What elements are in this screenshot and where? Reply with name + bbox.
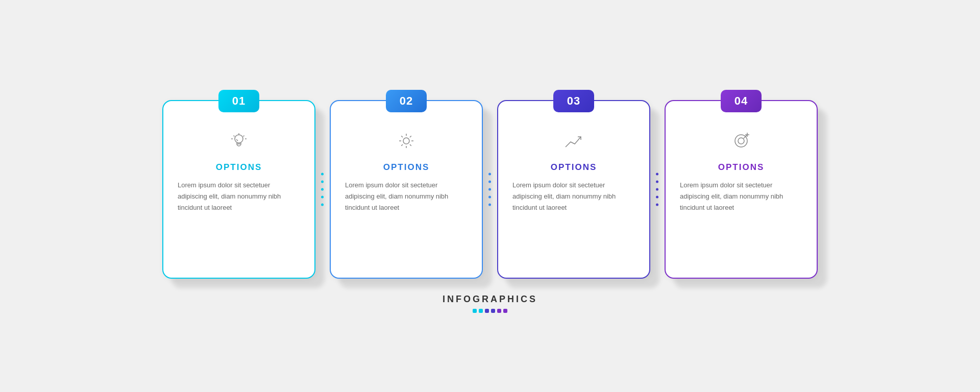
number-badge-3: 03 [553, 90, 594, 112]
card-wrapper-3: 03 OPTIONS Lorem ipsum dolor sit sectetu… [497, 100, 650, 279]
dot-2c [488, 188, 491, 190]
dot-3e [656, 203, 658, 206]
footer-dot-4 [491, 309, 495, 313]
target-icon [727, 127, 755, 155]
dot-3d [656, 195, 658, 198]
footer-dot-2 [479, 309, 483, 313]
number-badge-2: 02 [386, 90, 427, 112]
cards-row: 01 OPTIONS Lorem i [162, 80, 818, 279]
gear-icon [392, 127, 421, 155]
card-title-1: OPTIONS [216, 162, 262, 173]
dot-1b [321, 180, 324, 183]
footer: INFOGRAPHICS [443, 294, 537, 313]
chart-icon [559, 127, 588, 155]
footer-dots [473, 309, 507, 313]
dot-3b [656, 180, 658, 183]
dot-3a [656, 173, 658, 175]
footer-dot-6 [503, 309, 507, 313]
dot-2a [488, 173, 491, 175]
card-1: 01 OPTIONS Lorem i [162, 100, 315, 279]
card-wrapper-2: 02 OPTIONS Lorem ipsum dolor sit sectetu… [330, 100, 483, 279]
card-3: 03 OPTIONS Lorem ipsum dolor sit sectetu… [497, 100, 650, 279]
number-badge-4: 04 [721, 90, 762, 112]
dot-2d [488, 195, 491, 198]
card-text-1: Lorem ipsum dolor sit sectetuer adipisci… [178, 180, 300, 213]
card-2: 02 OPTIONS Lorem ipsum dolor sit sectetu… [330, 100, 483, 279]
dots-right-1 [321, 173, 324, 206]
card-title-3: OPTIONS [551, 162, 597, 173]
dot-2e [488, 203, 491, 206]
svg-point-3 [738, 138, 744, 144]
dots-right-2 [488, 173, 491, 206]
dot-1a [321, 173, 324, 175]
card-text-3: Lorem ipsum dolor sit sectetuer adipisci… [512, 180, 635, 213]
infographic-container: 01 OPTIONS Lorem i [0, 80, 980, 313]
card-title-4: OPTIONS [718, 162, 765, 173]
svg-point-1 [403, 138, 409, 144]
card-wrapper-1: 01 OPTIONS Lorem i [162, 100, 315, 279]
dot-1c [321, 188, 324, 190]
lightbulb-icon [225, 127, 253, 155]
dot-1e [321, 203, 324, 206]
dots-right-3 [656, 173, 658, 206]
card-text-2: Lorem ipsum dolor sit sectetuer adipisci… [345, 180, 468, 213]
number-badge-1: 01 [218, 90, 259, 112]
footer-dot-5 [497, 309, 501, 313]
footer-dot-3 [485, 309, 489, 313]
dot-1d [321, 195, 324, 198]
card-wrapper-4: 04 OPTIONS Lorem ipsum dolor sit sectetu… [665, 100, 818, 279]
card-title-2: OPTIONS [383, 162, 430, 173]
svg-point-0 [235, 135, 243, 143]
footer-title: INFOGRAPHICS [443, 294, 537, 305]
card-4: 04 OPTIONS Lorem ipsum dolor sit sectetu… [665, 100, 818, 279]
dot-2b [488, 180, 491, 183]
card-text-4: Lorem ipsum dolor sit sectetuer adipisci… [680, 180, 802, 213]
footer-dot-1 [473, 309, 477, 313]
dot-3c [656, 188, 658, 190]
